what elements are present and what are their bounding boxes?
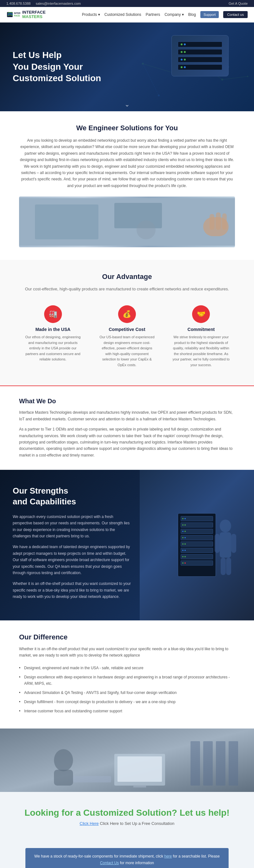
logo-text: INTERFACE MASTERS [22, 10, 46, 19]
nav-contact-button[interactable]: Contact us [223, 11, 248, 18]
cta-subtitle: Click Here Click Here to Set Up a Free C… [19, 821, 235, 826]
advantage-commitment-body: We strive tirelessly to engineer your pr… [172, 335, 230, 368]
difference-title: Our Difference [19, 633, 235, 641]
strengths-title: Our Strengths and Capabilities [13, 486, 133, 507]
svg-rect-20 [209, 214, 214, 230]
nav-logo[interactable]: INTER FACE INTERFACE MASTERS [6, 9, 46, 20]
svg-point-23 [220, 520, 231, 532]
advantage-cards: 🏭 Made in the USA Our ethos of designing… [19, 300, 235, 373]
advantage-cost-icon: 💰 [118, 305, 136, 323]
difference-bullet-5: Intense customer focus and outstanding c… [19, 707, 235, 716]
strengths-para3: Whether it is an off-the-shelf product t… [13, 581, 133, 600]
pcb-svg [19, 198, 235, 246]
svg-rect-16 [35, 205, 98, 239]
advantage-card-cost: 💰 Competitive Cost Our US-based team of … [93, 300, 161, 373]
top-bar-left: 1.408.678.5388 sales@interfacemasters.co… [6, 2, 81, 5]
top-bar-right: Get A Quote [229, 2, 248, 5]
scroll-arrow[interactable]: ⌄ [124, 100, 130, 108]
advantage-usa-title: Made in the USA [24, 327, 82, 332]
engineer-section: We Engineer Solutions for You Are you lo… [0, 111, 254, 260]
server-unit-3 [178, 57, 222, 62]
svg-rect-31 [54, 770, 73, 785]
advantage-cost-title: Competitive Cost [98, 327, 156, 332]
ready-box-here-link[interactable]: here [164, 854, 172, 859]
what-we-do-body2: As a partner to Tier 1 OEMs and start-up… [19, 426, 235, 458]
advantage-title: Our Advantage [19, 273, 235, 281]
strengths-para2: We have a dedicated team of talented des… [13, 544, 133, 576]
engineer-body: Are you looking to develop an embedded n… [19, 137, 235, 189]
server-illustration [171, 35, 229, 76]
advantage-card-usa: 🏭 Made in the USA Our ethos of designing… [19, 300, 87, 373]
svg-rect-39 [229, 741, 238, 785]
svg-text:INTER: INTER [14, 12, 20, 14]
engineer-title: We Engineer Solutions for You [19, 124, 235, 132]
nav-support-button[interactable]: Support [200, 11, 219, 18]
nav-links: Products ▾ Customized Solutions Partners… [82, 11, 248, 18]
nav-blog[interactable]: Blog [188, 12, 196, 17]
nav-products[interactable]: Products ▾ [82, 12, 100, 17]
difference-bullet-3: Advanced Simulation & QA Testing - ANVTS… [19, 688, 235, 698]
cta-section: Looking for a Customized Solution? Let u… [0, 792, 254, 848]
svg-rect-26 [231, 534, 236, 553]
person-image-section [0, 728, 254, 792]
pcb-visual [19, 196, 235, 247]
ready-box-text: We have a stock of ready-for-sale compon… [34, 854, 220, 865]
svg-rect-36 [191, 741, 200, 785]
difference-bullet-2: Design excellence with deep experience i… [19, 673, 235, 688]
svg-point-18 [137, 220, 156, 239]
strengths-para1: We approach every customized solution pr… [13, 514, 133, 539]
advantage-commitment-icon: 🤝 [192, 305, 210, 323]
svg-rect-34 [117, 756, 162, 782]
svg-rect-25 [215, 534, 220, 553]
advantage-commitment-title: Commitment [172, 327, 230, 332]
difference-bullet-1: Designed, engineered and made in the USA… [19, 663, 235, 673]
ready-for-sale-box: We have a stock of ready-for-sale compon… [25, 848, 229, 868]
svg-rect-38 [216, 741, 225, 785]
svg-point-30 [54, 749, 73, 771]
hero-text: Let Us Help You Design Your Customized S… [13, 50, 101, 84]
strengths-text: Our Strengths and Capabilities We approa… [13, 486, 133, 604]
svg-text:FACE: FACE [14, 14, 20, 17]
email-address[interactable]: sales@interfacemasters.com [35, 2, 81, 5]
difference-bullet-4: Design fulfillment - from concept design… [19, 698, 235, 707]
get-quote-button[interactable]: Get A Quote [229, 2, 248, 5]
main-nav: INTER FACE INTERFACE MASTERS Products ▾ … [0, 7, 254, 23]
pcb-image [19, 196, 235, 247]
server-room-visual [140, 470, 254, 620]
strengths-section: Our Strengths and Capabilities We approa… [0, 470, 254, 620]
what-we-do-body1: Interface Masters Technologies develops … [19, 409, 235, 422]
nav-partners[interactable]: Partners [146, 12, 160, 17]
cta-title: Looking for a Customized Solution? Let u… [19, 808, 235, 818]
svg-rect-21 [216, 212, 221, 230]
advantage-usa-icon: 🏭 [44, 305, 62, 323]
difference-list: Designed, engineered and made in the USA… [19, 663, 235, 716]
svg-rect-35 [133, 785, 146, 787]
advantage-cost-body: Our US-based team of experienced design … [98, 335, 156, 368]
hero-graphic [152, 29, 248, 105]
hero-section: Let Us Help You Design Your Customized S… [0, 23, 254, 111]
svg-rect-27 [221, 558, 226, 575]
what-we-do-title: What We Do [19, 398, 235, 405]
nav-customized[interactable]: Customized Solutions [105, 12, 141, 17]
office-person-image [0, 728, 254, 792]
nav-company[interactable]: Company ▾ [165, 12, 184, 17]
svg-rect-32 [73, 776, 111, 782]
svg-rect-17 [114, 203, 162, 228]
cta-click-here[interactable]: Click Here [80, 821, 99, 826]
server-unit-2 [178, 49, 222, 55]
what-we-do-section: What We Do Interface Masters Technologie… [0, 385, 254, 470]
server-unit-4 [178, 64, 222, 70]
advantage-usa-body: Our ethos of designing, engineering and … [24, 335, 82, 362]
advantage-subtitle: Our cost-effective, high-quality product… [19, 286, 235, 292]
person-silhouette [203, 513, 241, 577]
svg-rect-22 [222, 213, 227, 230]
difference-intro: Whether it is an off-the-shelf product t… [19, 646, 235, 659]
phone-number[interactable]: 1.408.678.5388 [6, 2, 30, 5]
server-unit-1 [178, 41, 222, 47]
hero-headline: Let Us Help You Design Your Customized S… [13, 50, 101, 84]
difference-section: Our Difference Whether it is an off-the-… [0, 620, 254, 729]
advantage-section: Our Advantage Our cost-effective, high-q… [0, 260, 254, 385]
logo-icon: INTER FACE [6, 9, 20, 20]
top-bar: 1.408.678.5388 sales@interfacemasters.co… [0, 0, 254, 7]
ready-box-contact-link[interactable]: Contact Us [100, 861, 119, 865]
